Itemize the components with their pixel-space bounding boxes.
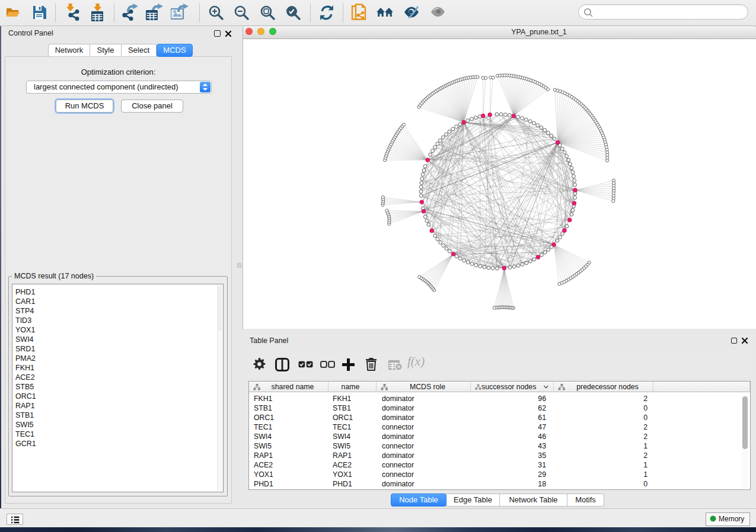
svg-text:f(x): f(x): [407, 355, 425, 368]
